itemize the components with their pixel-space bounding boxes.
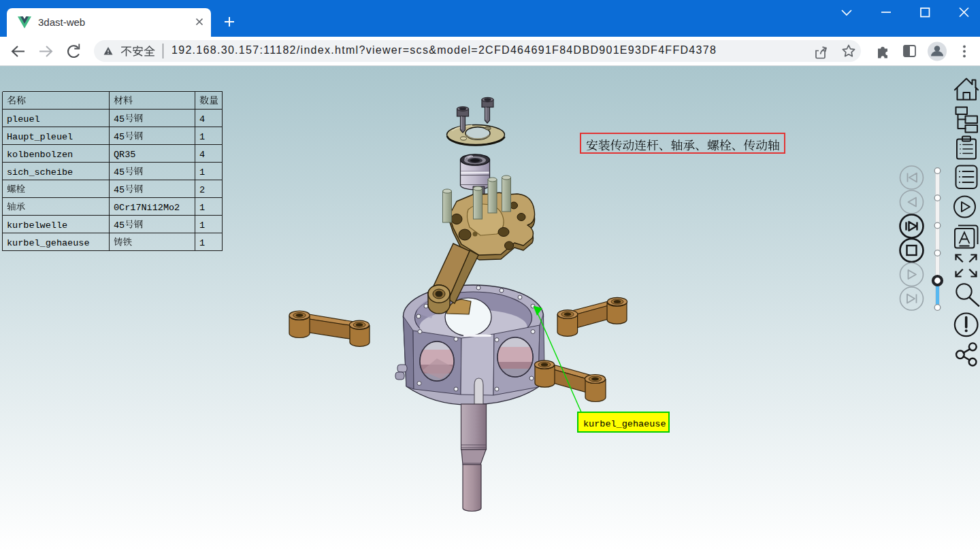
svg-text:45: 45 (114, 167, 125, 178)
svg-text:1: 1 (199, 203, 205, 213)
svg-text:1: 1 (199, 220, 205, 231)
svg-text:45: 45 (114, 114, 125, 124)
svg-text:45: 45 (114, 220, 125, 231)
svg-text:4: 4 (199, 114, 205, 124)
svg-text:1: 1 (199, 238, 205, 248)
svg-text:kurbel_gehaeuse: kurbel_gehaeuse (7, 238, 90, 248)
svg-text:Haupt_pleuel: Haupt_pleuel (7, 132, 73, 142)
svg-text:1: 1 (199, 167, 205, 178)
svg-text:sich_scheibe: sich_scheibe (7, 167, 73, 178)
svg-text:kurbel_gehaeuse: kurbel_gehaeuse (583, 419, 666, 429)
svg-text:2: 2 (199, 185, 205, 195)
svg-text:45: 45 (114, 185, 125, 195)
svg-text:4: 4 (199, 150, 205, 160)
svg-text:kurbelwelle: kurbelwelle (7, 220, 67, 231)
svg-text:45: 45 (114, 132, 125, 142)
svg-text:pleuel: pleuel (7, 114, 40, 124)
svg-text:0Cr17Ni12Mo2: 0Cr17Ni12Mo2 (114, 203, 180, 213)
svg-text:1: 1 (199, 132, 205, 142)
svg-text:kolbenbolzen: kolbenbolzen (7, 150, 73, 160)
svg-text:QR35: QR35 (114, 150, 135, 160)
